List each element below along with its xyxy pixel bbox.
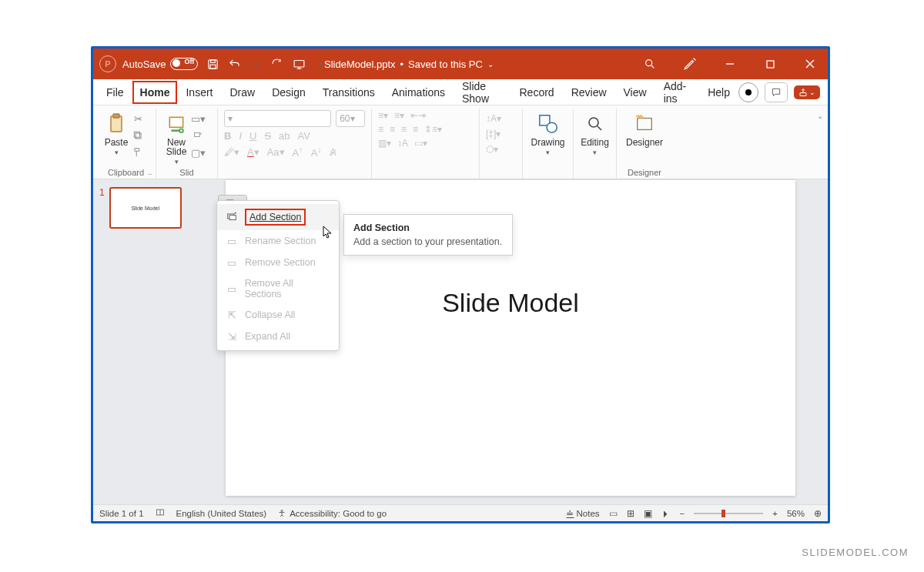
zoom-slider[interactable] [694, 513, 763, 514]
tab-view[interactable]: View [615, 80, 655, 105]
align-right-icon[interactable]: ≡ [401, 124, 407, 135]
paste-button[interactable]: Paste ▾ [102, 110, 130, 159]
tab-home[interactable]: Home [132, 81, 178, 104]
search-icon[interactable] [638, 52, 661, 75]
smartart-icon[interactable]: ⬡▾ [486, 144, 516, 155]
format-painter-icon[interactable] [130, 146, 146, 159]
align-text-icon[interactable]: ▭▾ [414, 138, 427, 149]
new-slide-button[interactable]: New Slide ▾ [162, 110, 190, 167]
undo-icon[interactable] [227, 57, 241, 71]
save-icon[interactable] [206, 57, 219, 71]
svg-rect-6 [767, 61, 774, 68]
language-status[interactable]: English (United States) [176, 509, 267, 518]
collapse-ribbon-icon[interactable]: ⌄ [817, 109, 828, 179]
tab-help[interactable]: Help [699, 80, 738, 105]
case-icon[interactable]: Aa▾ [267, 146, 285, 158]
copy-icon[interactable] [130, 129, 146, 142]
italic-icon[interactable]: I [239, 130, 242, 142]
designer-button[interactable]: Designer [623, 110, 666, 149]
quick-access-toolbar: ▾ ▾ [206, 57, 327, 71]
accessibility-icon[interactable]: Accessibility: Good to go [277, 509, 387, 518]
text-direction-group-icon[interactable]: ↕A▾ [486, 113, 516, 124]
svg-rect-2 [210, 65, 216, 69]
slideshow-view-icon[interactable]: ⏵ [661, 509, 671, 518]
tab-transitions[interactable]: Transitions [314, 80, 383, 105]
normal-view-icon[interactable]: ▭ [609, 508, 618, 519]
cut-icon[interactable]: ✂ [130, 112, 146, 125]
shadow-icon[interactable]: ab [279, 130, 290, 142]
menu-remove-all-sections[interactable]: ▭ Remove All Sections [217, 273, 339, 304]
columns-icon[interactable]: ▥▾ [378, 138, 391, 149]
spacing-icon[interactable]: AV [298, 130, 310, 142]
zoom-in-icon[interactable]: + [772, 509, 778, 518]
reading-view-icon[interactable]: ▣ [644, 508, 652, 519]
align-vertical-icon[interactable]: [‡]▾ [486, 129, 516, 139]
slide-thumbnail[interactable]: Slide Model [109, 187, 182, 229]
font-size: 60 [340, 113, 350, 124]
share-button[interactable]: ⌄ [794, 85, 820, 99]
dictionary-icon[interactable] [155, 508, 166, 519]
rename-section-icon: ▭ [225, 235, 239, 247]
highlight-icon[interactable]: 🖉▾ [224, 146, 239, 158]
powerpoint-window: P AutoSave Off ▾ [91, 46, 830, 523]
numbering-icon[interactable]: ≡▾ [394, 110, 404, 121]
undo-menu-icon[interactable]: ▾ [249, 57, 263, 71]
ribbon-tabs: File Home Insert Draw Design Transitions… [93, 79, 828, 105]
clipboard-group-label: Clipboard [96, 168, 156, 177]
justify-icon[interactable]: ≡ [413, 124, 418, 135]
present-icon[interactable] [292, 57, 306, 71]
toggle-switch-icon[interactable]: Off [170, 58, 198, 70]
ribbon: Paste ▾ ✂ Clipboard [93, 105, 828, 179]
remove-section-icon: ▭ [225, 256, 239, 269]
align-left-icon[interactable]: ≡ [378, 124, 383, 135]
minimize-button[interactable] [718, 52, 742, 75]
filename: SlideModel.pptx [324, 59, 396, 70]
line-spacing-icon[interactable]: ⇕≡▾ [424, 124, 442, 135]
menu-add-section[interactable]: Add Section [217, 204, 339, 230]
editing-button[interactable]: Editing ▾ [580, 110, 610, 158]
menu-expand-all[interactable]: ⇲ Expand All [217, 326, 339, 347]
sorter-view-icon[interactable]: ⊞ [627, 508, 634, 519]
comments-icon[interactable] [765, 82, 788, 102]
increase-font-icon[interactable]: A↑ [293, 145, 303, 159]
bold-icon[interactable]: B [224, 130, 231, 142]
record-indicator-icon[interactable] [738, 82, 758, 102]
tab-animations[interactable]: Animations [383, 80, 454, 105]
autosave-toggle[interactable]: AutoSave Off [122, 58, 198, 70]
redo-icon[interactable] [270, 57, 284, 71]
svg-rect-9 [800, 92, 806, 95]
tab-design[interactable]: Design [263, 80, 314, 105]
section-icon-small[interactable]: ▢▾ [190, 146, 206, 159]
drawing-button[interactable]: Drawing ▾ [529, 110, 567, 158]
underline-icon[interactable]: U [249, 130, 256, 142]
maximize-button[interactable] [758, 52, 782, 75]
align-center-icon[interactable]: ≡ [390, 124, 395, 135]
zoom-level[interactable]: 56% [787, 509, 805, 518]
strike-icon[interactable]: S [264, 130, 271, 142]
zoom-out-icon[interactable]: − [680, 509, 685, 518]
menu-remove-section[interactable]: ▭ Remove Section [217, 252, 339, 273]
tab-insert[interactable]: Insert [177, 80, 221, 105]
menu-collapse-all[interactable]: ⇱ Collapse All [217, 304, 339, 326]
tab-record[interactable]: Record [511, 80, 562, 105]
tab-draw[interactable]: Draw [221, 80, 263, 105]
text-direction-icon[interactable]: ↕A [397, 138, 408, 149]
layout-icon[interactable]: ▭▾ [190, 112, 206, 125]
menu-rename-section[interactable]: ▭ Rename Section [217, 230, 339, 252]
svg-rect-1 [211, 59, 216, 62]
notes-button[interactable]: ≐Notes [566, 508, 599, 519]
pen-icon[interactable] [678, 52, 701, 75]
clear-format-icon[interactable]: A̷ [330, 146, 336, 158]
bullets-icon[interactable]: ≡▾ [378, 110, 388, 121]
decrease-font-icon[interactable]: A↓ [311, 145, 322, 159]
tab-file[interactable]: File [98, 80, 132, 105]
font-color-icon[interactable]: A▾ [247, 146, 259, 158]
indent-icon[interactable]: ⇤⇥ [410, 110, 426, 121]
close-button[interactable] [798, 52, 822, 75]
thumb-number: 1 [99, 187, 105, 229]
tab-review[interactable]: Review [563, 80, 615, 105]
reset-icon[interactable] [190, 129, 206, 142]
editing-icon [583, 112, 608, 136]
fit-to-window-icon[interactable]: ⊕ [814, 508, 822, 519]
add-section-icon [225, 211, 239, 223]
